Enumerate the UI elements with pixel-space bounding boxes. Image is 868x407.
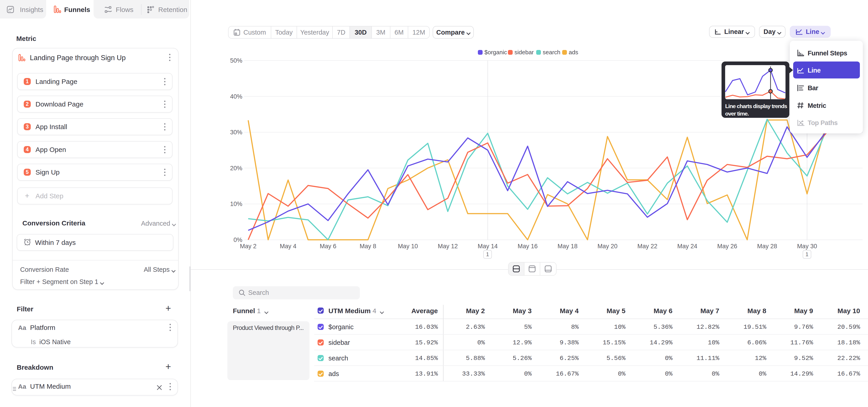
svg-text:0%: 0% [234,237,242,243]
svg-text:May 4: May 4 [280,243,297,250]
svg-text:20%: 20% [230,165,242,171]
svg-text:May 2: May 2 [240,243,256,250]
svg-text:May 24: May 24 [677,243,698,250]
svg-text:May 18: May 18 [558,243,578,250]
svg-text:May 22: May 22 [638,243,657,250]
svg-text:May 20: May 20 [597,243,618,250]
svg-text:10%: 10% [230,200,242,207]
svg-text:30%: 30% [230,129,242,136]
svg-text:May 26: May 26 [717,243,737,250]
svg-text:May 14: May 14 [477,243,498,250]
svg-text:May 28: May 28 [757,243,777,250]
svg-text:50%: 50% [230,57,242,64]
svg-text:40%: 40% [230,93,242,100]
svg-text:May 6: May 6 [320,243,336,250]
svg-text:May 30: May 30 [797,243,817,250]
svg-text:May 8: May 8 [360,243,376,250]
svg-text:May 12: May 12 [438,243,458,250]
svg-text:May 16: May 16 [518,243,538,250]
svg-text:May 10: May 10 [398,243,418,250]
